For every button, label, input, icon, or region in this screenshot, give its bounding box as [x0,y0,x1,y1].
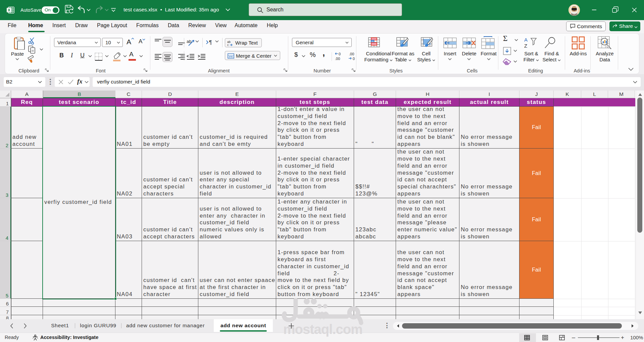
svg-text:.00: .00 [349,52,354,56]
svg-text:.00: .00 [335,57,340,61]
svg-text:A: A [524,37,528,43]
svg-text:¶: ¶ [209,40,212,45]
svg-text:c: c [227,43,229,47]
svg-text:0: 0 [339,52,341,56]
svg-text:X: X [8,8,10,12]
svg-text:Z: Z [524,43,527,49]
svg-text:0: 0 [353,57,355,61]
